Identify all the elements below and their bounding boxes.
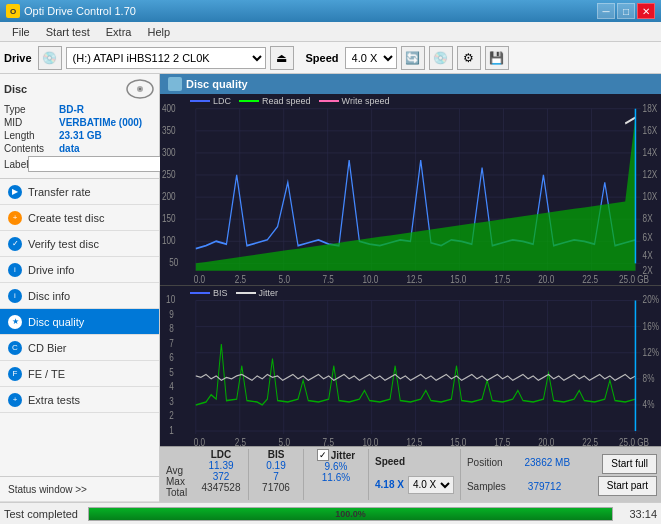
bottom-chart: BIS Jitter (160, 286, 661, 446)
disc-quality-icon: ★ (8, 315, 22, 329)
speed-label: Speed (306, 52, 339, 64)
transfer-rate-icon: ▶ (8, 185, 22, 199)
speed-select[interactable]: 4.0 X (345, 47, 397, 69)
save-button[interactable]: 💾 (485, 46, 509, 70)
svg-text:20.0: 20.0 (538, 436, 554, 446)
svg-text:10.0: 10.0 (362, 436, 378, 446)
svg-text:10X: 10X (643, 190, 658, 203)
disc-label-input[interactable] (28, 156, 161, 172)
svg-text:8%: 8% (643, 372, 655, 385)
maximize-button[interactable]: □ (617, 3, 635, 19)
bottom-controls: Avg Max Total LDC 11.39 372 4347528 BIS … (160, 446, 661, 502)
position-stats: Position 23862 MB Samples 379712 (461, 449, 576, 500)
cd-bier-icon: C (8, 341, 22, 355)
verify-test-disc-icon: ✓ (8, 237, 22, 251)
nav-disc-info[interactable]: i Disc info (0, 283, 159, 309)
samples-value: 379712 (528, 481, 561, 492)
svg-text:17.5: 17.5 (494, 436, 510, 446)
read-speed-legend: Read speed (239, 96, 311, 106)
jitter-stats: ✓ Jitter 9.6% 11.6% (304, 449, 369, 500)
svg-text:6X: 6X (643, 231, 653, 244)
settings-button[interactable]: ⚙ (457, 46, 481, 70)
ldc-total: 4347528 (202, 482, 241, 493)
jitter-checkbox-group[interactable]: ✓ Jitter (317, 449, 355, 461)
disc-button[interactable]: 💿 (429, 46, 453, 70)
write-speed-legend-label: Write speed (342, 96, 390, 106)
drive-select[interactable]: (H:) ATAPI iHBS112 2 CL0K (66, 47, 266, 69)
disc-contents-value: data (59, 143, 80, 154)
svg-text:16%: 16% (643, 320, 659, 333)
ldc-legend: LDC (190, 96, 231, 106)
read-speed-legend-color (239, 100, 259, 102)
disc-type-value: BD-R (59, 104, 84, 115)
create-test-disc-icon: + (8, 211, 22, 225)
svg-text:2X: 2X (643, 263, 653, 276)
nav-disc-info-label: Disc info (28, 290, 70, 302)
nav-disc-quality-label: Disc quality (28, 316, 84, 328)
svg-text:300: 300 (162, 145, 176, 158)
svg-text:0.0: 0.0 (194, 436, 206, 446)
svg-text:100: 100 (162, 234, 176, 247)
position-label: Position (467, 457, 503, 468)
main-area: Disc Type BD-R MID VERBATIMe (000) Leng (0, 74, 661, 502)
extra-tests-icon: + (8, 393, 22, 407)
start-full-button[interactable]: Start full (602, 454, 657, 474)
jitter-checkbox[interactable]: ✓ (317, 449, 329, 461)
nav-extra-tests[interactable]: + Extra tests (0, 387, 159, 413)
menu-help[interactable]: Help (139, 24, 178, 40)
nav-fe-te[interactable]: F FE / TE (0, 361, 159, 387)
status-window-button[interactable]: Status window >> (0, 476, 159, 502)
progress-text: 100.0% (89, 508, 612, 520)
svg-text:2.5: 2.5 (235, 436, 247, 446)
menu-file[interactable]: File (4, 24, 38, 40)
chart-container: LDC Read speed Write speed (160, 94, 661, 446)
nav-extra-tests-label: Extra tests (28, 394, 80, 406)
refresh-button[interactable]: 🔄 (401, 46, 425, 70)
drive-label: Drive (4, 52, 32, 64)
svg-text:9: 9 (169, 308, 174, 321)
ldc-legend-label: LDC (213, 96, 231, 106)
svg-text:12%: 12% (643, 346, 659, 359)
minimize-button[interactable]: ─ (597, 3, 615, 19)
disc-length-value: 23.31 GB (59, 130, 102, 141)
bis-legend-label: BIS (213, 288, 228, 298)
nav-create-test-disc[interactable]: + Create test disc (0, 205, 159, 231)
eject-button[interactable]: ⏏ (270, 46, 294, 70)
action-buttons: Start full Start part (598, 454, 657, 496)
jitter-legend-color (236, 292, 256, 294)
bottom-chart-svg: 10 9 8 7 6 5 4 3 2 1 0.0 2.5 5.0 7.5 1 (160, 286, 661, 446)
close-button[interactable]: ✕ (637, 3, 655, 19)
svg-text:8: 8 (169, 322, 174, 335)
current-speed: 4.18 X (375, 479, 404, 490)
window-controls: ─ □ ✕ (597, 3, 655, 19)
svg-text:12X: 12X (643, 167, 658, 180)
svg-text:22.5: 22.5 (582, 272, 598, 285)
nav-transfer-rate[interactable]: ▶ Transfer rate (0, 179, 159, 205)
speed-dropdown[interactable]: 4.0 X (408, 476, 454, 494)
nav-drive-info[interactable]: i Drive info (0, 257, 159, 283)
start-part-button[interactable]: Start part (598, 476, 657, 496)
nav-cd-bier[interactable]: C CD Bier (0, 335, 159, 361)
menu-extra[interactable]: Extra (98, 24, 140, 40)
length-label: Length (4, 130, 59, 141)
svg-text:0.0: 0.0 (194, 272, 206, 285)
menu-bar: File Start test Extra Help (0, 22, 661, 42)
bottom-chart-legend: BIS Jitter (190, 288, 278, 298)
svg-text:15.0: 15.0 (450, 272, 466, 285)
svg-text:3: 3 (169, 395, 174, 408)
menu-start-test[interactable]: Start test (38, 24, 98, 40)
mid-label: MID (4, 117, 59, 128)
svg-text:8X: 8X (643, 212, 653, 225)
svg-text:16X: 16X (643, 123, 658, 136)
label-label: Label (4, 159, 28, 170)
disc-quality-header-icon (168, 77, 182, 91)
nav-verify-test-disc[interactable]: ✓ Verify test disc (0, 231, 159, 257)
nav-disc-quality[interactable]: ★ Disc quality (0, 309, 159, 335)
status-bar: Test completed 100.0% 33:14 (0, 502, 661, 524)
svg-text:5: 5 (169, 366, 174, 379)
svg-text:15.0: 15.0 (450, 436, 466, 446)
svg-text:12.5: 12.5 (406, 436, 422, 446)
jitter-legend-label: Jitter (259, 288, 279, 298)
total-label: Total (166, 487, 192, 498)
svg-rect-53 (160, 286, 661, 446)
